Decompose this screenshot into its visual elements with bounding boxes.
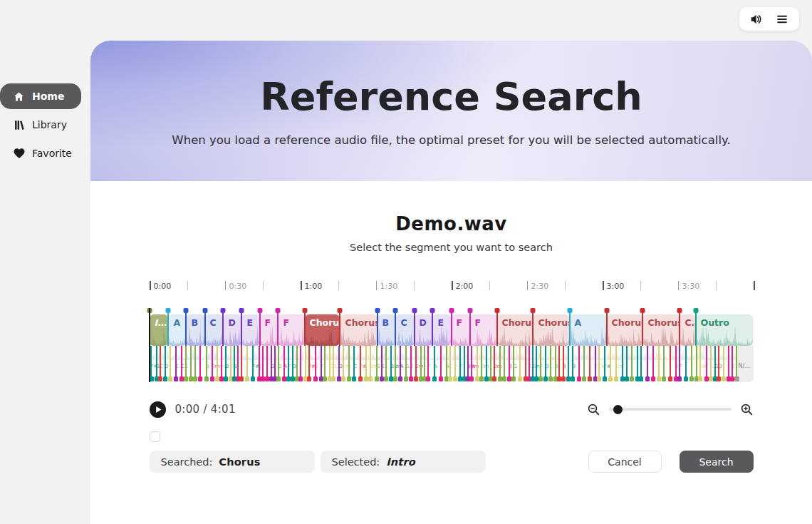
- segment-pin[interactable]: [430, 308, 435, 313]
- segment[interactable]: Chorus: [340, 314, 377, 346]
- segment[interactable]: Chorus: [607, 314, 643, 346]
- segment[interactable]: B: [378, 314, 396, 346]
- library-icon: [12, 118, 26, 132]
- segment-pin[interactable]: [693, 308, 698, 313]
- segment[interactable]: Chorus: [497, 314, 533, 346]
- chord-marker: [439, 376, 443, 381]
- segment-pin[interactable]: [531, 308, 536, 313]
- chord-label: E: [185, 364, 188, 369]
- chord-marker: [588, 376, 592, 381]
- segment-pin[interactable]: [302, 308, 307, 313]
- segment-pin[interactable]: [239, 308, 244, 313]
- zoom-slider-thumb[interactable]: [613, 405, 623, 414]
- segment-pin[interactable]: [166, 308, 171, 313]
- chord-label: F: [427, 364, 430, 369]
- playhead[interactable]: [149, 308, 150, 382]
- zoom-out-icon[interactable]: [587, 403, 600, 416]
- chord-line: [237, 346, 239, 376]
- chord-line: [390, 346, 392, 376]
- segment[interactable]: A: [168, 314, 186, 346]
- chord-marker: [614, 376, 618, 381]
- zoom-slider[interactable]: [609, 408, 732, 411]
- chord-marker: [657, 376, 661, 381]
- segment[interactable]: F: [470, 314, 497, 346]
- chord-label: D: [718, 364, 722, 369]
- menu-icon[interactable]: [775, 12, 789, 26]
- segment-stem: [432, 310, 433, 346]
- segment[interactable]: Chorus: [642, 314, 680, 346]
- segment[interactable]: D: [223, 314, 241, 346]
- chord-marker: [645, 376, 650, 381]
- option-checkbox[interactable]: [150, 431, 160, 442]
- segment-pin[interactable]: [257, 308, 262, 313]
- chord-line: [578, 346, 580, 376]
- ruler-label: 2:00: [456, 282, 474, 291]
- chord-line: [434, 346, 435, 376]
- chord-line: [266, 346, 268, 376]
- chord-line: [685, 346, 687, 376]
- sidebar-item-library[interactable]: Library: [0, 112, 90, 138]
- segment-pin[interactable]: [640, 308, 645, 313]
- segment-pin[interactable]: [677, 308, 682, 313]
- chord-line: [300, 346, 301, 376]
- sidebar-item-favorite[interactable]: Favorite: [0, 140, 90, 166]
- chord-line: [652, 346, 654, 376]
- play-button[interactable]: [150, 401, 166, 418]
- segment[interactable]: C: [205, 314, 224, 346]
- segment-pin[interactable]: [567, 308, 572, 313]
- segment-pin[interactable]: [221, 308, 226, 313]
- segment-pin[interactable]: [494, 308, 499, 313]
- segment[interactable]: F: [452, 314, 470, 346]
- chord-line: [170, 346, 171, 376]
- segment[interactable]: E: [241, 314, 259, 346]
- segment-pin[interactable]: [276, 308, 281, 313]
- chord-line: [454, 346, 456, 376]
- sidebar-item-home[interactable]: Home: [0, 83, 81, 109]
- segment-pin[interactable]: [393, 308, 398, 313]
- chord-marker: [174, 376, 178, 381]
- chord-label: F: [321, 364, 323, 369]
- segment[interactable]: F: [278, 314, 304, 346]
- volume-icon[interactable]: [749, 12, 764, 26]
- chord-marker: [548, 376, 553, 381]
- chord-label: B: [509, 364, 512, 369]
- segment[interactable]: F: [260, 314, 279, 346]
- segment-pin[interactable]: [338, 308, 343, 313]
- segment[interactable]: E: [432, 314, 451, 346]
- segment-pin[interactable]: [412, 308, 417, 313]
- chord-line: [589, 346, 590, 376]
- segment[interactable]: Chorus: [533, 314, 569, 346]
- segment[interactable]: Outro: [696, 314, 754, 346]
- segment[interactable]: A: [570, 314, 607, 346]
- main-window: Reference Search When you load a referen…: [90, 41, 812, 524]
- chord-marker: [384, 376, 388, 381]
- segment[interactable]: B: [186, 314, 204, 346]
- segment-stem: [377, 310, 378, 346]
- segment[interactable]: I…: [150, 314, 169, 346]
- cancel-button[interactable]: Cancel: [588, 451, 662, 473]
- segment-pin[interactable]: [375, 308, 380, 313]
- segment-pin[interactable]: [467, 308, 472, 313]
- chord-label: E: [675, 364, 678, 369]
- segment[interactable]: C: [395, 314, 414, 346]
- segment-pin[interactable]: [202, 308, 207, 313]
- segment[interactable]: C…: [680, 314, 695, 346]
- chord-line: [519, 346, 521, 376]
- segment-pin[interactable]: [184, 308, 189, 313]
- segment-stem: [277, 310, 279, 346]
- chord-line: [631, 346, 633, 376]
- segment[interactable]: D: [415, 314, 433, 346]
- chord-marker: [375, 376, 379, 381]
- chord-line: [572, 346, 573, 376]
- segment-pin[interactable]: [604, 308, 609, 313]
- chord-line: [604, 346, 605, 376]
- selected-label: Selected:: [332, 456, 380, 468]
- chord-line: [165, 346, 166, 376]
- segment[interactable]: Chorus: [305, 314, 340, 346]
- segment-pin[interactable]: [449, 308, 454, 313]
- search-button[interactable]: Search: [680, 451, 754, 473]
- chord-marker: [722, 376, 726, 381]
- chord-line: [271, 346, 272, 376]
- chord-marker: [404, 376, 408, 381]
- zoom-in-icon[interactable]: [740, 403, 754, 416]
